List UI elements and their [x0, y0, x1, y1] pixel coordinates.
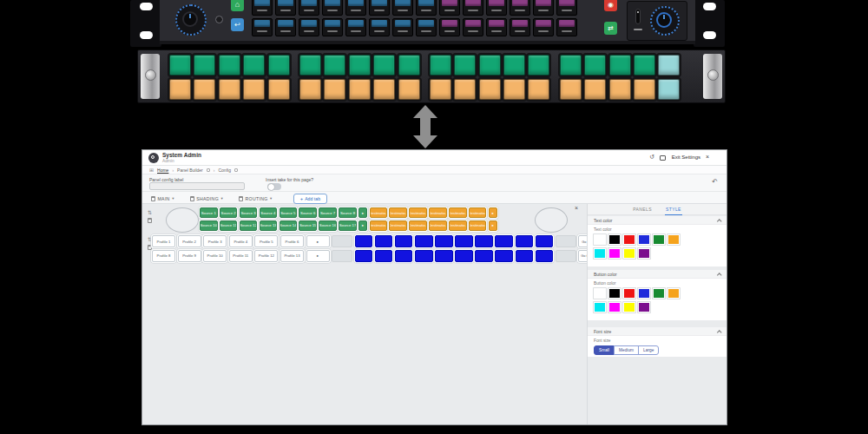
color-swatch[interactable]	[594, 302, 606, 312]
virtual-source-button[interactable]: Source 8	[339, 207, 357, 218]
hw-preset-button[interactable]	[560, 55, 582, 76]
virtual-profile-button[interactable]: Profile 8	[152, 250, 175, 262]
virtual-destination-button[interactable]: Destinatio..	[449, 207, 467, 218]
hw-function-button[interactable]	[533, 0, 554, 16]
hw-preset-button[interactable]	[479, 79, 501, 100]
virtual-destination-button[interactable]: Destinatio..	[389, 220, 407, 231]
hw-function-button[interactable]	[252, 18, 273, 36]
virtual-profile-button[interactable]: Profile 2	[178, 235, 201, 247]
virtual-profile-button[interactable]: Profile 13	[280, 250, 304, 262]
hw-function-button[interactable]	[556, 18, 577, 36]
virtual-page-button[interactable]: ▸	[489, 220, 497, 231]
virtual-source-button[interactable]: Source 11	[220, 220, 238, 231]
virtual-destination-button[interactable]: Destinatio..	[409, 207, 427, 218]
chevron-up-icon[interactable]	[717, 219, 721, 223]
hw-preset-button[interactable]	[349, 79, 371, 100]
tab-shading[interactable]: SHADING ▾	[188, 194, 225, 204]
virtual-assign-button[interactable]	[355, 235, 373, 247]
hw-function-button[interactable]	[416, 18, 437, 36]
virtual-assign-button[interactable]	[415, 235, 433, 247]
virtual-profile-button[interactable]: Profile 6	[280, 235, 304, 247]
hw-function-button[interactable]	[322, 0, 343, 16]
hw-function-button[interactable]	[392, 18, 413, 36]
virtual-profile-button[interactable]: Profile 11	[229, 250, 253, 262]
virtual-assign-button[interactable]	[355, 250, 373, 262]
virtual-profile-button[interactable]: Profile 5	[254, 235, 278, 247]
hw-preset-button[interactable]	[528, 55, 549, 76]
rotary-knob-left[interactable]	[175, 4, 207, 36]
loop-button[interactable]: ⇄	[604, 22, 617, 35]
record-button[interactable]: ◉	[604, 0, 617, 11]
breadcrumb-config[interactable]: Config	[218, 168, 230, 173]
virtual-page-button[interactable]: ▸	[306, 235, 330, 247]
virtual-assign-button[interactable]	[455, 250, 473, 262]
hw-preset-button[interactable]	[503, 55, 525, 76]
hw-function-button[interactable]	[392, 0, 413, 16]
thumbscrew-left[interactable]	[141, 54, 160, 99]
color-swatch[interactable]	[623, 288, 635, 299]
thumbscrew-right[interactable]	[703, 54, 722, 99]
hw-function-button[interactable]	[369, 0, 390, 16]
virtual-profile-button[interactable]: Profile 12	[254, 250, 278, 262]
color-swatch[interactable]	[594, 248, 606, 259]
hw-preset-button[interactable]	[503, 79, 525, 100]
hw-function-button[interactable]	[556, 0, 577, 16]
color-swatch[interactable]	[638, 302, 650, 312]
virtual-assign-button[interactable]	[395, 235, 413, 247]
hw-function-button[interactable]	[252, 0, 273, 16]
virtual-source-button[interactable]: Source 5	[279, 207, 298, 218]
hw-preset-button[interactable]	[560, 79, 582, 100]
virtual-page-button[interactable]	[536, 235, 554, 247]
virtual-destination-button[interactable]: Destinatio..	[409, 220, 427, 231]
trash-icon[interactable]	[148, 218, 152, 223]
reorder-icon[interactable]: ⇅	[146, 210, 154, 216]
hw-function-button[interactable]	[345, 18, 366, 36]
virtual-profile-button[interactable]: Profile 9	[178, 250, 201, 262]
section-header[interactable]: Text color	[588, 216, 727, 225]
virtual-destination-button[interactable]: Destinatio..	[389, 207, 407, 218]
hw-preset-button[interactable]	[584, 79, 606, 100]
hw-preset-button[interactable]	[454, 55, 476, 76]
hw-preset-button[interactable]	[634, 55, 655, 76]
section-header[interactable]: Font size	[588, 327, 727, 336]
virtual-source-button[interactable]: Source 17	[339, 220, 357, 231]
virtual-page-button[interactable]: ▸	[358, 220, 367, 231]
color-swatch[interactable]	[667, 234, 680, 245]
hw-preset-button[interactable]	[299, 55, 321, 76]
virtual-destination-button[interactable]: Destinatio..	[429, 220, 447, 231]
virtual-assign-button[interactable]	[415, 250, 433, 262]
hw-preset-button[interactable]	[454, 79, 476, 100]
trash-icon[interactable]	[190, 196, 194, 201]
virtual-destination-button[interactable]: Destinatio..	[469, 220, 487, 231]
color-swatch[interactable]	[638, 248, 650, 259]
virtual-source-button[interactable]: Source 12	[240, 220, 258, 231]
hw-preset-button[interactable]	[169, 55, 191, 76]
hw-preset-button[interactable]	[634, 79, 655, 100]
hw-preset-button[interactable]	[430, 55, 451, 76]
virtual-source-button[interactable]: Source 15	[299, 220, 317, 231]
color-swatch[interactable]	[623, 302, 635, 312]
virtual-destination-button[interactable]: Destinatio..	[449, 220, 467, 231]
window-icon[interactable]	[660, 155, 666, 161]
hw-function-button[interactable]	[533, 18, 554, 36]
hw-preset-button[interactable]	[398, 55, 420, 76]
virtual-source-button[interactable]: Source 10	[200, 220, 218, 231]
virtual-destination-button[interactable]: Destinatio..	[370, 207, 388, 218]
virtual-destination-button[interactable]: Destinatio..	[370, 220, 388, 231]
breadcrumb-panel-builder[interactable]: Panel Builder	[177, 168, 203, 173]
hw-function-button[interactable]	[486, 18, 507, 36]
hw-function-button[interactable]	[275, 0, 296, 16]
color-swatch[interactable]	[594, 234, 606, 245]
breadcrumb-home[interactable]: Home	[157, 168, 168, 173]
hw-preset-button[interactable]	[373, 79, 395, 100]
tab-main[interactable]: MAIN ▾	[149, 194, 176, 204]
edit-icon[interactable]	[234, 168, 238, 172]
chevron-down-icon[interactable]: ▾	[220, 196, 223, 201]
hw-function-button[interactable]	[463, 0, 483, 16]
virtual-source-button[interactable]: Source 7	[319, 207, 337, 218]
config-input[interactable]	[149, 182, 245, 190]
hw-preset-button[interactable]	[658, 55, 680, 76]
hw-function-button[interactable]	[439, 0, 460, 16]
round-button[interactable]	[215, 16, 223, 23]
virtual-page-button[interactable]: ▸	[358, 207, 367, 218]
